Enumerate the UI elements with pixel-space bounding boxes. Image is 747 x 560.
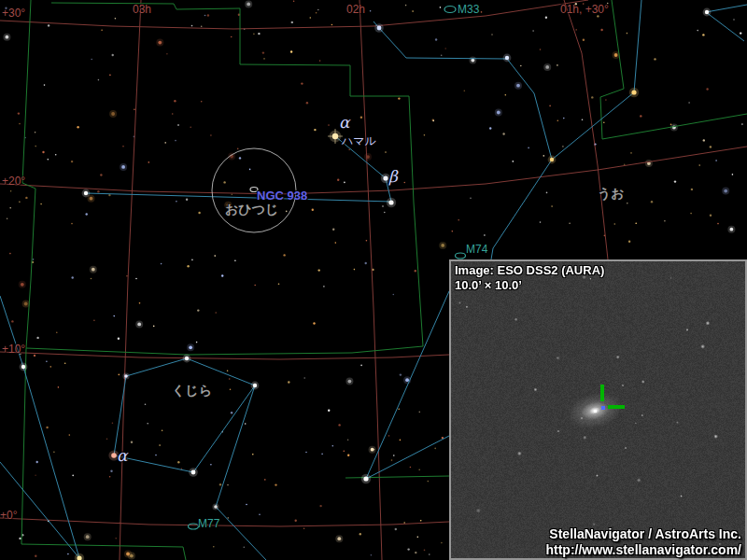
constellation-aries-label[interactable]: おひつじ [225, 203, 278, 216]
dss2-image [451, 261, 745, 558]
app-credit-line: StellaNavigator / AstroArts Inc. [549, 527, 741, 540]
target-crosshair-vertical [600, 385, 604, 401]
ra-02h-label: 02h [346, 4, 365, 15]
dec-plus10-label: +10° [2, 343, 25, 355]
star-cet-4[interactable] [191, 470, 196, 475]
star-hamal[interactable] [332, 133, 338, 139]
star-psc-1[interactable] [505, 56, 509, 60]
star-hamal-label[interactable]: ハマル [342, 135, 376, 147]
star-cet-1[interactable] [185, 357, 189, 360]
dec-plus0-label: +0° [0, 510, 17, 521]
star-cet-6[interactable] [21, 365, 25, 369]
star-psc-2[interactable] [377, 26, 382, 31]
constellation-pisces-label[interactable]: うお [598, 187, 625, 200]
star-chart[interactable]: +30°03h02h01h, +30°+20°+10°+0°M33M74M77お… [0, 0, 747, 560]
star-psc-junction[interactable] [550, 158, 554, 161]
messier-m77-label[interactable]: M77 [198, 518, 219, 529]
star-psc-north[interactable] [631, 90, 636, 94]
ra-01h-dec-plus30-label: 01h, +30° [560, 4, 609, 15]
inset-image-source: Image: ESO DSS2 (AURA) [455, 263, 604, 278]
star-ari-west[interactable] [84, 191, 88, 195]
star-psc-3[interactable] [705, 10, 709, 14]
dec-plus30-label: +30° [2, 7, 25, 19]
messier-m74-label[interactable]: M74 [466, 244, 487, 255]
ra-03h-label: 03h [133, 4, 151, 15]
dso-symbol-m77[interactable] [189, 524, 199, 529]
messier-m33-label[interactable]: M33 [458, 4, 479, 15]
star-cet-5[interactable] [214, 505, 218, 509]
target-crosshair-horizontal [608, 405, 625, 409]
star-cet-2[interactable] [124, 374, 128, 378]
star-cet-3[interactable] [253, 384, 257, 387]
star-beta-ari[interactable] [383, 175, 388, 180]
dso-symbol-m33[interactable] [444, 7, 456, 13]
star-alpha-cet-label[interactable]: α [117, 448, 127, 464]
star-psc-4[interactable] [363, 476, 368, 481]
constellation-cetus-label[interactable]: くじら [172, 384, 212, 397]
star-gamma-ari[interactable] [388, 200, 393, 204]
dss2-image-inset: Image: ESO DSS2 (AURA) 10.0’ × 10.0’ [449, 259, 747, 560]
target-position-marker [601, 406, 605, 410]
star-alpha-ari-label[interactable]: α [339, 115, 349, 131]
star-alpha-cet[interactable] [111, 453, 117, 458]
star-beta-ari-label[interactable]: β [388, 169, 398, 185]
dec-plus20-label: +20° [2, 175, 25, 187]
dso-symbol-m74[interactable] [456, 253, 466, 259]
app-credit-url: http://www.stellanavigator.com/ [545, 543, 741, 556]
inset-field-size: 10.0’ × 10.0’ [455, 278, 522, 293]
object-ngc938-label[interactable]: NGC 938 [257, 189, 307, 202]
